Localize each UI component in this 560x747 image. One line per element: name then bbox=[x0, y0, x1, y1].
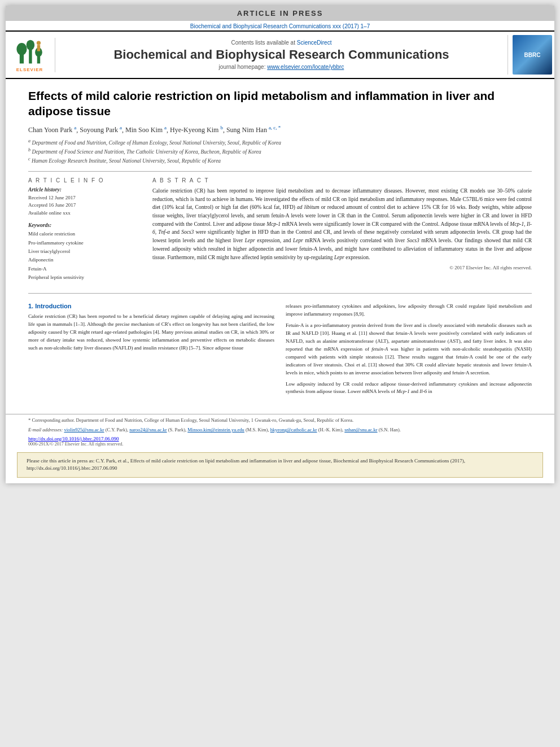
journal-ref-line: Biochemical and Biophysical Research Com… bbox=[6, 21, 554, 30]
intro-number: 1. bbox=[28, 303, 33, 309]
keyword-4: Adiponectin bbox=[28, 256, 141, 264]
accepted-date: Accepted 16 June 2017 bbox=[28, 202, 141, 209]
rights-line: 0006-291X/© 2017 Elsevier Inc. All right… bbox=[28, 442, 532, 447]
divider-2 bbox=[28, 293, 532, 294]
elsevier-label: ELSEVIER bbox=[16, 67, 43, 72]
email-footnote: E-mail addresses: violin925@snu.ac.kr (C… bbox=[28, 426, 532, 434]
corresponding-author-text: * Corresponding author. Department of Fo… bbox=[28, 417, 353, 423]
article-info-column: A R T I C L E I N F O Article history: R… bbox=[28, 177, 141, 287]
intro-para-2: releases pro-inflammatory cytokines and … bbox=[286, 303, 532, 318]
info-abstract-section: A R T I C L E I N F O Article history: R… bbox=[28, 177, 532, 287]
corresponding-author-note: * Corresponding author. Department of Fo… bbox=[28, 417, 532, 424]
svg-point-6 bbox=[36, 41, 40, 45]
intro-heading-text: Introduction bbox=[35, 303, 71, 309]
keyword-6: Peripheral leptin sensitivity bbox=[28, 273, 141, 282]
header-center: Contents lists available at ScienceDirec… bbox=[55, 40, 508, 70]
keywords-label: Keywords: bbox=[28, 222, 141, 228]
svg-rect-7 bbox=[37, 45, 40, 51]
email-park-cy[interactable]: violin925@snu.ac.kr bbox=[64, 427, 104, 433]
svg-rect-4 bbox=[37, 55, 40, 63]
svg-point-1 bbox=[16, 43, 27, 55]
abstract-text: Calorie restriction (CR) has been report… bbox=[152, 187, 532, 261]
contents-line: Contents lists available at ScienceDirec… bbox=[61, 40, 502, 46]
abstract-label: A B S T R A C T bbox=[152, 177, 532, 184]
authors-line: Chan Yoon Park a, Soyoung Park a, Min So… bbox=[28, 125, 532, 134]
keywords-block: Keywords: Mild calorie restriction Pro-i… bbox=[28, 222, 141, 282]
bbrc-image: BBRC bbox=[513, 35, 552, 75]
affil-a: Department of Food and Nutrition, Colleg… bbox=[32, 140, 281, 146]
journal-header: ELSEVIER Contents lists available at Sci… bbox=[6, 30, 554, 79]
aip-banner-text: ARTICLE IN PRESS bbox=[237, 9, 323, 18]
intro-para-3: Fetuin-A is a pro-inflammatory protein d… bbox=[286, 322, 532, 377]
affiliations: a Department of Food and Nutrition, Coll… bbox=[28, 138, 532, 165]
sciencedirect-link[interactable]: ScienceDirect bbox=[297, 40, 332, 46]
homepage-label: journal homepage: bbox=[219, 64, 266, 70]
email-label: E-mail addresses: bbox=[28, 427, 63, 433]
email-park-s[interactable]: naroo24@snu.ac.kr bbox=[129, 427, 167, 433]
keywords-list: Mild calorie restriction Pro-inflammator… bbox=[28, 230, 141, 282]
journal-ref-text: Biochemical and Biophysical Research Com… bbox=[190, 23, 370, 29]
elsevier-tree-icon bbox=[13, 38, 47, 66]
citation-text: Please cite this article in press as: C.… bbox=[27, 458, 465, 471]
keyword-1: Mild calorie restriction bbox=[28, 230, 141, 238]
citation-bar: Please cite this article in press as: C.… bbox=[17, 452, 543, 478]
body-left-col: 1. Introduction Calorie restriction (CR)… bbox=[28, 303, 274, 399]
divider-1 bbox=[28, 171, 532, 172]
elsevier-logo: ELSEVIER bbox=[10, 38, 55, 72]
keyword-3: Liver triacylglycerol bbox=[28, 247, 141, 256]
available-online: Available online xxx bbox=[28, 209, 141, 217]
abstract-column: A B S T R A C T Calorie restriction (CR)… bbox=[152, 177, 532, 287]
email-kim-ms[interactable]: Minsoo.kim@einstein.yu.edu bbox=[187, 427, 244, 433]
body-section: 1. Introduction Calorie restriction (CR)… bbox=[28, 303, 532, 399]
history-label: Article history: bbox=[28, 187, 141, 193]
affil-c: Human Ecology Research Institute, Seoul … bbox=[32, 159, 221, 164]
intro-heading: 1. Introduction bbox=[28, 303, 274, 309]
journal-homepage: journal homepage: www.elsevier.com/locat… bbox=[61, 64, 502, 70]
article-history-block: Article history: Received 12 June 2017 A… bbox=[28, 187, 141, 217]
intro-para-1: Calorie restriction (CR) has been report… bbox=[28, 313, 274, 352]
footnote-area: * Corresponding author. Department of Fo… bbox=[6, 414, 554, 447]
contents-text: Contents lists available at bbox=[231, 40, 295, 46]
page: ARTICLE IN PRESS Biochemical and Biophys… bbox=[6, 6, 554, 483]
intro-para-4: Low adiposity induced by CR could reduce… bbox=[286, 381, 532, 396]
received-date: Received 12 June 2017 bbox=[28, 194, 141, 202]
homepage-url[interactable]: www.elsevier.com/locate/ybbrc bbox=[267, 64, 344, 70]
article-title: Effects of mild calorie restriction on l… bbox=[28, 88, 532, 119]
keyword-5: Fetuin-A bbox=[28, 265, 141, 273]
bbrc-label: BBRC bbox=[524, 52, 541, 58]
journal-title: Biochemical and Biophysical Research Com… bbox=[61, 47, 502, 62]
article-info-label: A R T I C L E I N F O bbox=[28, 177, 141, 184]
copyright-line: © 2017 Elsevier Inc. All rights reserved… bbox=[152, 265, 532, 270]
email-kim-hk[interactable]: hkyeong@catholic.ac.kr bbox=[270, 427, 317, 433]
article-content: Effects of mild calorie restriction on l… bbox=[6, 79, 554, 408]
keyword-2: Pro-inflammatory cytokine bbox=[28, 239, 141, 247]
bbrc-logo-container: BBRC bbox=[508, 35, 550, 75]
aip-banner: ARTICLE IN PRESS bbox=[6, 6, 554, 21]
svg-point-3 bbox=[26, 40, 34, 50]
doi-link[interactable]: http://dx.doi.org/10.1016/j.bbrc.2017.06… bbox=[28, 436, 119, 442]
body-right-col: releases pro-inflammatory cytokines and … bbox=[286, 303, 532, 399]
email-han-sn[interactable]: snhan@snu.ac.kr bbox=[344, 427, 377, 433]
doi-line[interactable]: http://dx.doi.org/10.1016/j.bbrc.2017.06… bbox=[28, 436, 532, 442]
affil-b: Department of Food Science and Nutrition… bbox=[32, 149, 261, 155]
svg-rect-2 bbox=[29, 48, 32, 63]
